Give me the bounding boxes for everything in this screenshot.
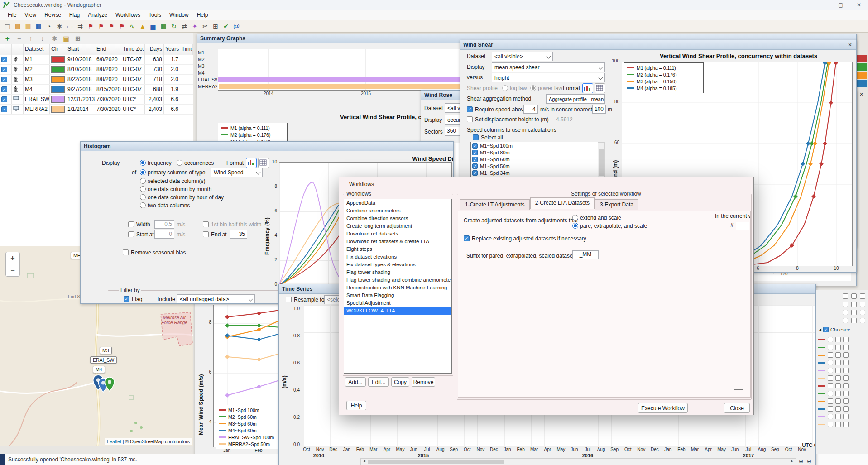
workflow-item[interactable]: Combine anemometers	[344, 207, 451, 215]
toolbar-flag-edit-icon[interactable]: ⚑	[96, 22, 106, 31]
scroll-left-arrow-icon[interactable]: ◄	[361, 459, 367, 464]
speed-column-item[interactable]: ✓M1~Spd 80m	[471, 149, 605, 156]
color-swatch[interactable]	[51, 66, 65, 73]
workflow-list[interactable]: AppendDataCombine anemometersCombine dir…	[344, 199, 452, 374]
panel-series-row[interactable]	[818, 391, 849, 396]
wf-help-button[interactable]: Help	[346, 401, 366, 410]
toolbar-flag-clear-icon[interactable]: ⚑	[117, 22, 126, 31]
workflow-item[interactable]: Fix dataset elevations	[344, 253, 451, 261]
expander-icon[interactable]: ◢	[818, 327, 821, 332]
map-marker-label-m4[interactable]: M4	[93, 366, 105, 373]
menu-item-help[interactable]: Help	[193, 11, 212, 19]
series-checkbox[interactable]	[828, 383, 833, 388]
ws-displacement-checkbox[interactable]	[467, 116, 473, 122]
toolbar-flag-add-icon[interactable]: ⚑	[107, 22, 116, 31]
map-marker-label-erai[interactable]: ERAI_SW	[90, 356, 117, 364]
ws-format-table-button[interactable]	[595, 83, 605, 93]
ws-select-all-checkbox[interactable]: –	[473, 134, 479, 140]
workflow-item[interactable]: Download ref datasets	[344, 230, 451, 238]
workflow-item[interactable]: Flag tower shading	[344, 268, 451, 276]
workflow-item[interactable]: Special Adjustment	[344, 299, 451, 307]
color-swatch[interactable]	[51, 76, 65, 83]
toolbar-open-folder-icon[interactable]: ▤	[24, 22, 33, 31]
ws-log-law-radio[interactable]	[502, 85, 508, 91]
hg-flag-checkbox[interactable]: ✓	[124, 296, 129, 302]
series-checkbox[interactable]	[828, 345, 833, 350]
panel-series-row[interactable]	[818, 406, 849, 412]
toolbar-gear-icon[interactable]: ✱	[55, 22, 64, 31]
panel-series-row[interactable]	[818, 375, 849, 381]
panel-series-row[interactable]	[818, 360, 849, 365]
color-swatch[interactable]	[51, 106, 65, 113]
series-checkbox[interactable]	[835, 345, 841, 350]
tab-2[interactable]: 2-Create LTA Datasets	[530, 197, 595, 209]
series-checkbox[interactable]	[828, 360, 833, 365]
toolbar-new-file-icon[interactable]: ▢	[3, 22, 12, 31]
series-checkbox[interactable]	[835, 375, 841, 381]
panel-series-row[interactable]	[818, 383, 849, 388]
dataset-remove-icon[interactable]: −	[14, 34, 24, 43]
workflow-item[interactable]: Download ref datasets & create LTA	[344, 238, 451, 245]
ws-display-select[interactable]: mean speed shear	[492, 62, 605, 72]
toolbar-swap-icon[interactable]: ⇄	[180, 22, 189, 31]
ws-agg-select[interactable]: Aggregate profile - mean	[546, 94, 605, 104]
toolbar-chart-area-icon[interactable]: ▲	[138, 22, 147, 31]
panel-item-checkbox[interactable]: ✓	[823, 327, 829, 332]
series-checkbox[interactable]	[828, 337, 833, 342]
dataset-color-swatch[interactable]	[50, 105, 66, 114]
series-checkbox[interactable]	[828, 391, 833, 396]
table-row[interactable]: ✓M19/10/20186/8/2020UTC-076381.7	[0, 55, 193, 65]
toolbar-clock-icon[interactable]: ◔	[44, 22, 53, 31]
series-checkbox[interactable]	[843, 406, 849, 412]
panel-checkbox[interactable]	[851, 302, 857, 307]
panel-checkbox[interactable]	[860, 310, 865, 315]
column-header[interactable]: Time	[180, 44, 193, 55]
speed-column-item[interactable]: ✓M1~Spd 60m	[471, 156, 605, 163]
toolbar-expand-icon[interactable]: ⊞	[211, 22, 220, 31]
ts-resample-checkbox[interactable]	[286, 297, 292, 302]
ws-format-chart-button[interactable]	[582, 83, 593, 93]
tab-3[interactable]: 3-Export Data	[595, 199, 638, 210]
series-checkbox[interactable]	[843, 422, 849, 427]
toolbar-chart-table-icon[interactable]: ▦	[159, 22, 168, 31]
panel-series-row[interactable]	[818, 414, 849, 419]
column-header[interactable]: End	[95, 44, 121, 55]
wf-extend-radio[interactable]	[572, 215, 578, 221]
wf-replace-checkbox[interactable]: ✓	[464, 235, 470, 241]
speed-column-item[interactable]: ✓M1~Spd 50m	[471, 163, 605, 169]
series-checkbox[interactable]	[843, 352, 849, 358]
series-checkbox[interactable]	[828, 406, 833, 412]
series-checkbox[interactable]	[835, 360, 841, 365]
color-swatch[interactable]	[51, 96, 65, 103]
column-checkbox[interactable]: ✓	[472, 150, 478, 155]
panel-close-icon[interactable]: ✕	[859, 91, 863, 97]
panel-series-row[interactable]	[818, 422, 849, 427]
dataset-visible-checkbox[interactable]: ✓	[1, 86, 7, 92]
workflow-item[interactable]: Fix dataset types & elevations	[344, 261, 451, 268]
wind-shear-close-icon[interactable]: ✕	[846, 41, 854, 48]
ws-dataset-select[interactable]: <all visible>	[492, 52, 553, 61]
series-checkbox[interactable]	[828, 398, 833, 404]
panel-series-row[interactable]	[818, 345, 849, 350]
series-checkbox[interactable]	[835, 414, 841, 419]
series-checkbox[interactable]	[835, 337, 841, 342]
color-swatch[interactable]	[51, 56, 65, 63]
toolbar-ruler-icon[interactable]: ▭	[65, 22, 74, 31]
column-checkbox[interactable]: ✓	[472, 143, 478, 149]
panel-dataset-item[interactable]: ◢✓Cheesec	[818, 327, 850, 332]
series-checkbox[interactable]	[835, 422, 841, 427]
wf-remove-button[interactable]: Remove	[412, 377, 435, 387]
hg-occurrences-radio[interactable]	[177, 160, 182, 166]
hg-frequency-radio[interactable]	[140, 160, 146, 166]
hg-end-checkbox[interactable]	[203, 231, 209, 237]
panel-checkbox[interactable]	[851, 310, 857, 315]
minimize-button[interactable]: –	[814, 0, 832, 10]
workflow-item[interactable]: Create long term adjustment	[344, 222, 451, 230]
workflow-item[interactable]: AppendData	[344, 199, 451, 207]
column-header[interactable]: Years	[164, 44, 180, 55]
series-checkbox[interactable]	[828, 414, 833, 419]
close-button[interactable]: ✕	[850, 0, 868, 10]
dataset-move-down-icon[interactable]: ↓	[38, 34, 47, 43]
panel-series-row[interactable]	[818, 398, 849, 404]
column-header[interactable]: Days	[145, 44, 164, 55]
